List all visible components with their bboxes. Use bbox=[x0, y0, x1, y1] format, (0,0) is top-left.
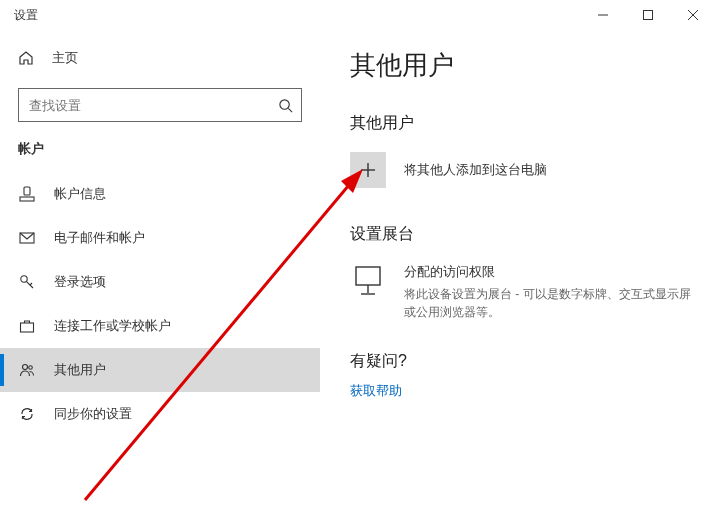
kiosk-heading: 设置展台 bbox=[350, 224, 691, 245]
home-icon bbox=[18, 50, 34, 66]
assigned-access-button[interactable]: 分配的访问权限 将此设备设置为展台 - 可以是数字标牌、交互式显示屏或公用浏览器… bbox=[350, 263, 691, 321]
sidebar-item-label: 帐户信息 bbox=[54, 185, 106, 203]
other-users-heading: 其他用户 bbox=[350, 113, 691, 134]
sidebar: 主页 帐户 帐户信息 电子邮件和帐户 bbox=[0, 30, 320, 530]
svg-rect-12 bbox=[21, 323, 34, 332]
plus-icon bbox=[350, 152, 386, 188]
close-button[interactable] bbox=[670, 0, 715, 30]
sidebar-item-signin-options[interactable]: 登录选项 bbox=[0, 260, 320, 304]
svg-rect-6 bbox=[24, 187, 30, 195]
add-other-user-label: 将其他人添加到这台电脑 bbox=[404, 161, 547, 179]
titlebar: 设置 bbox=[0, 0, 715, 30]
svg-point-13 bbox=[23, 365, 28, 370]
sync-icon bbox=[18, 406, 36, 422]
sidebar-item-label: 连接工作或学校帐户 bbox=[54, 317, 171, 335]
sidebar-item-label: 登录选项 bbox=[54, 273, 106, 291]
get-help-link[interactable]: 获取帮助 bbox=[350, 382, 691, 400]
svg-line-11 bbox=[30, 283, 32, 285]
svg-line-5 bbox=[288, 108, 292, 112]
search-box[interactable] bbox=[18, 88, 302, 122]
search-icon bbox=[278, 98, 293, 113]
search-input[interactable] bbox=[29, 98, 278, 113]
person-card-icon bbox=[18, 186, 36, 202]
home-button[interactable]: 主页 bbox=[0, 38, 320, 78]
sidebar-item-label: 电子邮件和帐户 bbox=[54, 229, 145, 247]
sidebar-item-account-info[interactable]: 帐户信息 bbox=[0, 172, 320, 216]
sidebar-section-label: 帐户 bbox=[18, 140, 320, 158]
kiosk-icon bbox=[350, 263, 386, 321]
briefcase-icon bbox=[18, 318, 36, 334]
sidebar-item-other-users[interactable]: 其他用户 bbox=[0, 348, 320, 392]
svg-point-4 bbox=[280, 99, 289, 108]
window-controls bbox=[580, 0, 715, 30]
svg-point-9 bbox=[21, 276, 27, 282]
sidebar-item-email[interactable]: 电子邮件和帐户 bbox=[0, 216, 320, 260]
sidebar-item-sync[interactable]: 同步你的设置 bbox=[0, 392, 320, 436]
add-other-user-button[interactable]: 将其他人添加到这台电脑 bbox=[350, 152, 691, 188]
minimize-button[interactable] bbox=[580, 0, 625, 30]
help-heading: 有疑问? bbox=[350, 351, 691, 372]
window-title: 设置 bbox=[14, 7, 38, 24]
assigned-access-title: 分配的访问权限 bbox=[404, 263, 691, 281]
svg-point-14 bbox=[29, 366, 33, 370]
home-label: 主页 bbox=[52, 49, 78, 67]
sidebar-item-label: 同步你的设置 bbox=[54, 405, 132, 423]
svg-rect-7 bbox=[20, 197, 34, 201]
people-icon bbox=[18, 362, 36, 378]
maximize-button[interactable] bbox=[625, 0, 670, 30]
mail-icon bbox=[18, 230, 36, 246]
sidebar-item-label: 其他用户 bbox=[54, 361, 106, 379]
sidebar-nav: 帐户信息 电子邮件和帐户 登录选项 连接工作或学校帐户 bbox=[0, 172, 320, 436]
svg-rect-1 bbox=[643, 11, 652, 20]
key-icon bbox=[18, 274, 36, 290]
svg-rect-17 bbox=[356, 267, 380, 285]
content-area: 其他用户 其他用户 将其他人添加到这台电脑 设置展台 分配的访问权限 将此设备设… bbox=[320, 30, 715, 530]
sidebar-item-work-school[interactable]: 连接工作或学校帐户 bbox=[0, 304, 320, 348]
assigned-access-description: 将此设备设置为展台 - 可以是数字标牌、交互式显示屏或公用浏览器等。 bbox=[404, 285, 691, 321]
page-title: 其他用户 bbox=[350, 48, 691, 83]
